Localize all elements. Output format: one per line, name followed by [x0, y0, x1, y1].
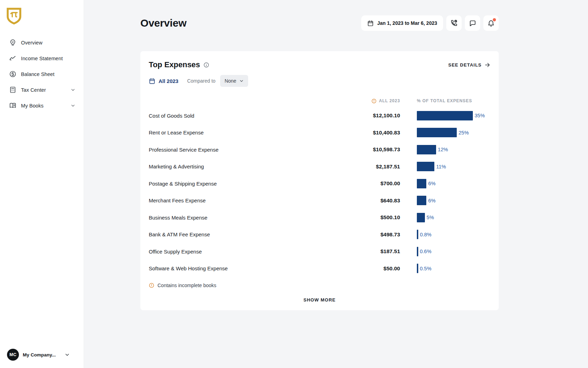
expense-bar	[417, 247, 418, 256]
expense-percent: 35%	[475, 113, 485, 118]
expense-label: Bank & ATM Fee Expense	[149, 231, 320, 237]
expense-label: Marketing & Advertising	[149, 164, 320, 169]
toolbar: Jan 1, 2023 to Mar 6, 2023	[361, 15, 499, 31]
expense-bar-cell: 6%	[417, 196, 490, 205]
table-column-headers: ALL 2023 % OF TOTAL EXPENSES	[149, 97, 490, 104]
sidebar-item-my-books[interactable]: My Books	[0, 98, 84, 113]
expense-label: Merchant Fees Expense	[149, 197, 320, 203]
expense-row: Software & Web Hosting Expense $50.00 0.…	[149, 260, 490, 277]
chevron-down-icon	[239, 79, 244, 83]
expense-percent: 0.6%	[420, 249, 432, 254]
dollar-circle-icon	[9, 70, 16, 78]
notifications-button[interactable]	[483, 15, 499, 31]
warning-icon	[149, 283, 154, 288]
sidebar-item-label: Balance Sheet	[21, 71, 55, 77]
sidebar-item-label: Tax Center	[21, 87, 46, 93]
period-label: All 2023	[159, 78, 178, 84]
arrow-right-icon	[484, 62, 490, 68]
compare-value: None	[225, 78, 236, 84]
expense-label: Postage & Shipping Expense	[149, 181, 320, 187]
expense-amount: $187.51	[337, 248, 400, 255]
expense-bar-cell: 0.6%	[417, 247, 490, 256]
expense-bar	[417, 145, 436, 154]
expense-bar-cell: 0.5%	[417, 264, 490, 273]
schedule-call-button[interactable]	[446, 15, 462, 31]
pilot-shield-logo-icon	[6, 8, 22, 25]
expense-label: Software & Web Hosting Expense	[149, 265, 320, 271]
expense-bar-cell: 25%	[417, 128, 490, 137]
expense-label: Business Meals Expense	[149, 215, 320, 221]
expense-label: Professional Service Expense	[149, 147, 320, 153]
expense-percent: 25%	[458, 130, 469, 136]
compare-dropdown[interactable]: None	[220, 75, 248, 87]
expense-percent: 12%	[438, 147, 448, 152]
sidebar-item-income-statement[interactable]: Income Statement	[0, 50, 84, 66]
period-selector[interactable]: All 2023	[149, 78, 178, 84]
chevron-down-icon	[65, 352, 70, 357]
info-icon[interactable]	[203, 62, 209, 68]
column-header-percent: % OF TOTAL EXPENSES	[417, 98, 490, 103]
company-name: My Company...	[23, 352, 56, 357]
phone-schedule-icon	[450, 19, 458, 27]
see-details-label: SEE DETAILS	[448, 62, 482, 68]
warning-icon	[371, 98, 377, 104]
expense-label: Cost of Goods Sold	[149, 113, 320, 119]
expense-amount: $498.73	[337, 231, 400, 238]
incomplete-books-note: Contains incomplete books	[149, 283, 490, 288]
lightbulb-icon	[9, 39, 16, 46]
expense-percent: 6%	[428, 181, 435, 186]
expense-bar	[417, 128, 457, 137]
company-avatar: MC	[7, 349, 19, 361]
main-area: Overview Jan 1, 2023 to Mar 6, 2023	[84, 0, 588, 368]
expense-bar	[417, 196, 426, 205]
expense-row: Professional Service Expense $10,598.73 …	[149, 141, 490, 158]
expense-label: Office Supply Expense	[149, 249, 320, 255]
card-filter-row: All 2023 Compared to None	[149, 75, 490, 87]
expense-amount: $10,598.73	[337, 146, 400, 153]
expense-label: Rent or Lease Expense	[149, 130, 320, 136]
sidebar-item-overview[interactable]: Overview	[0, 35, 84, 50]
expense-rows: Cost of Goods Sold $12,100.10 35% Rent o…	[149, 107, 490, 277]
date-range-picker[interactable]: Jan 1, 2023 to Mar 6, 2023	[361, 15, 443, 31]
expense-row: Postage & Shipping Expense $700.00 6%	[149, 175, 490, 192]
expense-bar-cell: 0.8%	[417, 230, 490, 239]
sidebar-item-balance-sheet[interactable]: Balance Sheet	[0, 66, 84, 82]
chat-button[interactable]	[465, 15, 480, 31]
sidebar-item-label: Income Statement	[21, 56, 63, 61]
expense-percent: 6%	[428, 198, 435, 203]
line-chart-icon	[9, 55, 16, 62]
show-more-button[interactable]: SHOW MORE	[303, 297, 336, 303]
expense-percent: 0.8%	[420, 232, 432, 237]
expense-bar	[417, 264, 418, 273]
date-range-text: Jan 1, 2023 to Mar 6, 2023	[377, 20, 437, 26]
sidebar-item-label: My Books	[21, 103, 43, 109]
expense-row: Bank & ATM Fee Expense $498.73 0.8%	[149, 226, 490, 243]
sidebar-item-tax-center[interactable]: Tax Center	[0, 82, 84, 98]
expense-bar-cell: 6%	[417, 179, 490, 188]
sidebar-nav: Overview Income Statement Balance Sheet	[0, 35, 84, 113]
expense-percent: 0.5%	[420, 266, 432, 271]
expense-bar-cell: 5%	[417, 213, 490, 222]
page-header: Overview Jan 1, 2023 to Mar 6, 2023	[140, 15, 499, 32]
card-title: Top Expenses	[149, 60, 200, 69]
company-selector[interactable]: MC My Company...	[0, 347, 84, 362]
expense-amount: $700.00	[337, 180, 400, 187]
expense-percent: 5%	[427, 215, 434, 220]
chat-icon	[469, 20, 476, 27]
see-details-link[interactable]: SEE DETAILS	[448, 62, 490, 68]
compared-to-label: Compared to	[187, 78, 216, 84]
expense-bar-cell: 35%	[417, 111, 490, 120]
app-logo[interactable]	[0, 0, 84, 25]
notification-dot	[493, 18, 496, 21]
expense-amount: $2,187.51	[337, 164, 400, 170]
expense-amount: $500.10	[337, 214, 400, 221]
expense-amount: $640.83	[337, 197, 400, 204]
expense-bar	[417, 230, 418, 239]
top-expenses-card: Top Expenses SEE DETAILS	[140, 51, 499, 310]
chevron-down-icon	[71, 103, 75, 108]
expense-bar	[417, 179, 426, 188]
expense-bar	[417, 111, 473, 120]
expense-bar	[417, 213, 425, 222]
expense-row: Merchant Fees Expense $640.83 6%	[149, 192, 490, 209]
chevron-down-icon	[71, 88, 75, 92]
